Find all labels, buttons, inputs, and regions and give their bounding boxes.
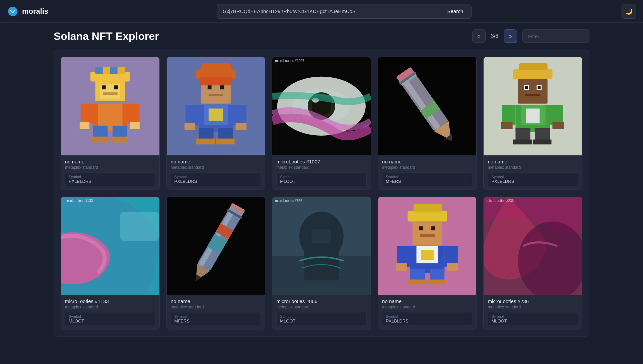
nft-card-7[interactable]: no name metaplex standard Symbol MFERS <box>166 197 266 330</box>
svg-rect-71 <box>550 105 564 125</box>
svg-rect-94 <box>413 221 442 245</box>
svg-rect-68 <box>513 140 532 145</box>
nft-info-4: no name metaplex standard Symbol MFERS <box>378 155 477 190</box>
nft-symbol-value-9: PXLBLDRS <box>386 318 469 323</box>
svg-rect-69 <box>533 140 552 145</box>
nft-symbol-value-6: MLOOT <box>69 318 152 323</box>
nft-symbol-box-5: Symbol PXLBLDRS <box>488 172 578 186</box>
nft-info-9: no name metaplex standard Symbol PXLBLDR… <box>378 295 477 329</box>
nft-symbol-box-7: Symbol MFERS <box>171 312 261 326</box>
svg-rect-24 <box>200 77 231 85</box>
nft-symbol-box-1: Symbol PXLBLDRS <box>65 172 155 186</box>
nft-name-6: microLooties #1133 <box>65 298 155 304</box>
page-title: Solana NFT Explorer <box>54 30 467 43</box>
svg-rect-93 <box>413 204 442 211</box>
nft-card-8[interactable]: microLooties #866 <box>272 197 371 330</box>
nft-symbol-box-4: Symbol MFERS <box>382 172 473 186</box>
nft-symbol-label-8: Symbol <box>280 314 363 318</box>
main-content: Solana NFT Explorer « 3/6 » <box>0 23 643 343</box>
nft-symbol-label-5: Symbol <box>491 175 574 179</box>
svg-rect-56 <box>519 63 548 70</box>
nft-symbol-box-6: Symbol MLOOT <box>65 312 155 326</box>
nft-card-2[interactable]: no name metaplex standard Symbol PXLBLDR… <box>166 57 266 190</box>
svg-rect-13 <box>113 126 127 138</box>
header-right: 🌙 <box>622 4 636 19</box>
svg-rect-61 <box>538 86 541 89</box>
svg-rect-62 <box>525 94 540 96</box>
nft-name-7: no name <box>171 298 261 304</box>
nft-symbol-box-3: Symbol MLOOT <box>276 172 367 186</box>
nft-card-10[interactable]: microLooties #236 microLooties #236 <box>483 197 582 330</box>
nft-name-5: no name <box>488 159 578 164</box>
svg-rect-70 <box>502 105 516 125</box>
nft-image-10: microLooties #236 <box>484 197 582 295</box>
nft-symbol-box-8: Symbol MLOOT <box>276 312 367 326</box>
svg-rect-26 <box>220 85 224 89</box>
nft-card-1[interactable]: no name metaplex standard Symbol PXLBLDR… <box>61 57 160 190</box>
svg-rect-90 <box>312 229 332 243</box>
nft-symbol-value-8: MLOOT <box>280 318 363 323</box>
nft-symbol-label-9: Symbol <box>386 314 469 318</box>
nft-standard-9: metaplex standard <box>382 305 473 309</box>
svg-rect-34 <box>216 139 234 145</box>
nft-symbol-value-5: PXLBLDRS <box>491 179 574 184</box>
svg-rect-30 <box>208 108 223 121</box>
theme-toggle-button[interactable]: 🌙 <box>622 4 636 19</box>
search-button[interactable]: Search <box>439 4 472 19</box>
svg-rect-96 <box>431 226 435 230</box>
svg-rect-18 <box>80 122 89 129</box>
nft-symbol-box-10: Symbol MLOOT <box>488 312 578 326</box>
svg-rect-15 <box>111 137 128 143</box>
nft-symbol-value-2: PXLBLDRS <box>174 179 258 184</box>
svg-rect-100 <box>421 250 434 260</box>
nft-image-7 <box>167 197 265 295</box>
svg-rect-9 <box>103 92 118 95</box>
svg-rect-73 <box>553 122 564 129</box>
nft-card-5[interactable]: no name metaplex standard Symbol PXLBLDR… <box>483 57 582 190</box>
nft-symbol-box-2: Symbol PXLBLDRS <box>171 172 261 186</box>
filter-input[interactable] <box>522 29 589 43</box>
nft-image-9 <box>378 197 477 295</box>
nft-image-label-6: microLooties #1133 <box>64 199 93 203</box>
nft-info-7: no name metaplex standard Symbol MFERS <box>167 295 265 329</box>
svg-rect-92 <box>408 211 447 221</box>
nft-info-1: no name metaplex standard Symbol PXLBLDR… <box>61 155 159 190</box>
svg-rect-27 <box>208 94 223 96</box>
nft-name-4: no name <box>382 159 473 164</box>
nft-image-5 <box>484 57 582 155</box>
svg-rect-33 <box>196 139 215 145</box>
nft-standard-2: metaplex standard <box>171 165 261 170</box>
search-input-wrapper: Search <box>217 4 472 19</box>
nft-standard-5: metaplex standard <box>488 165 578 170</box>
svg-rect-25 <box>207 85 211 89</box>
nft-symbol-label-6: Symbol <box>69 314 152 318</box>
prev-page-button[interactable]: « <box>472 29 486 43</box>
svg-rect-7 <box>102 85 106 89</box>
nft-symbol-value-4: MFERS <box>386 179 469 184</box>
search-input[interactable] <box>217 4 439 19</box>
moralis-logo-icon <box>7 5 19 17</box>
nft-card-4[interactable]: no name metaplex standard Symbol MFERS <box>378 57 477 190</box>
nft-image-label-10: microLooties #236 <box>486 199 514 203</box>
nft-symbol-label-10: Symbol <box>491 314 574 318</box>
page-indicator: 3/6 <box>487 33 502 39</box>
nft-name-9: no name <box>382 298 473 304</box>
svg-rect-17 <box>127 103 140 123</box>
nft-standard-1: metaplex standard <box>65 165 155 170</box>
nft-name-10: microLooties #236 <box>488 298 578 304</box>
svg-rect-65 <box>526 108 540 123</box>
nft-card-3[interactable]: microLooties #1007 <box>272 57 371 190</box>
svg-rect-60 <box>525 86 528 89</box>
nft-name-8: microLooties #866 <box>276 298 367 304</box>
svg-rect-22 <box>201 63 230 71</box>
nft-symbol-value-3: MLOOT <box>280 179 363 184</box>
next-page-button[interactable]: » <box>504 29 517 43</box>
nft-card-6[interactable]: microLooties #1133 microLooties #1133 me… <box>61 197 160 330</box>
svg-rect-6 <box>110 67 118 74</box>
nft-name-1: no name <box>65 159 155 164</box>
nft-standard-4: metaplex standard <box>382 165 473 170</box>
nft-grid-container: no name metaplex standard Symbol PXLBLDR… <box>54 50 589 337</box>
nft-info-5: no name metaplex standard Symbol PXLBLDR… <box>484 155 582 190</box>
nft-card-9[interactable]: no name metaplex standard Symbol PXLBLDR… <box>378 197 477 330</box>
svg-rect-12 <box>93 126 108 138</box>
